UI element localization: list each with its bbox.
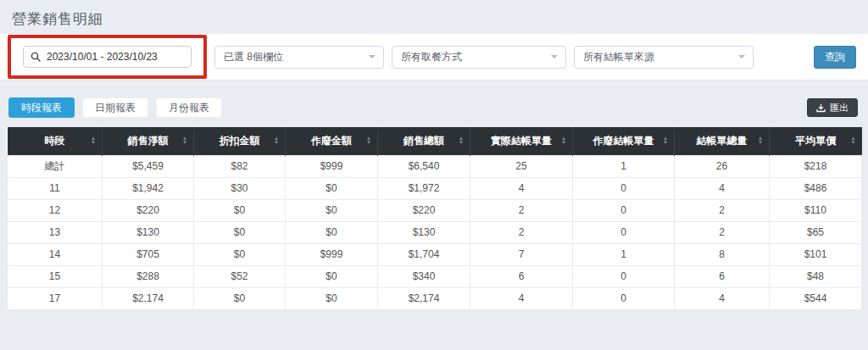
table-cell: 2 (470, 199, 573, 221)
table-cell: 26 (675, 155, 770, 177)
table-cell: $705 (103, 243, 194, 265)
table-cell: $340 (378, 265, 470, 287)
table-cell: $6,540 (378, 155, 470, 177)
table-cell: 2 (675, 199, 770, 221)
table-row: 14$705$0$999$1,704718$101 (8, 243, 862, 265)
export-button[interactable]: 匯出 (807, 98, 858, 117)
columns-filter-value: 已選 8個欄位 (224, 50, 283, 64)
table-cell: $486 (770, 177, 862, 199)
table-cell: $1,704 (378, 243, 470, 265)
table-cell: 8 (675, 243, 770, 265)
row-label-cell: 12 (8, 199, 103, 221)
table-cell: 6 (675, 265, 770, 287)
table-cell: 4 (470, 177, 573, 199)
row-label-cell: 11 (8, 177, 103, 199)
table-cell: 0 (573, 199, 675, 221)
table-cell: 1 (573, 243, 675, 265)
column-header[interactable]: 銷售淨額▲▼ (103, 127, 194, 155)
table-cell: $288 (103, 265, 194, 287)
page-title: 營業銷售明細 (0, 0, 868, 34)
sort-icon[interactable]: ▲▼ (91, 136, 96, 145)
table-header-row: 時段▲▼銷售淨額▲▼折扣金額▲▼作廢金額▲▼銷售總額▲▼實際結帳單量▲▼作廢結帳… (8, 127, 862, 155)
column-header[interactable]: 作廢金額▲▼ (286, 127, 378, 155)
table-cell: $48 (770, 265, 862, 287)
table-cell: $110 (770, 199, 862, 221)
table-cell: $2,174 (103, 287, 194, 309)
table-cell: 0 (573, 287, 675, 309)
table-cell: $1,972 (378, 177, 470, 199)
table-cell: 2 (470, 221, 573, 243)
tab-date-report[interactable]: 日期報表 (82, 97, 148, 118)
column-header[interactable]: 銷售總額▲▼ (378, 127, 470, 155)
table-cell: $82 (194, 155, 286, 177)
sort-icon[interactable]: ▲▼ (366, 136, 371, 145)
sort-icon[interactable]: ▲▼ (182, 136, 187, 145)
sort-icon[interactable]: ▲▼ (561, 136, 566, 145)
receipt-source-value: 所有結帳單來源 (583, 50, 654, 64)
table-cell: 0 (573, 177, 675, 199)
table-cell: 0 (573, 265, 675, 287)
table-cell: $0 (286, 265, 378, 287)
pickup-method-value: 所有取餐方式 (401, 50, 462, 64)
filter-bar: 2023/10/01 - 2023/10/23 已選 8個欄位 所有取餐方式 所… (0, 34, 868, 81)
table-body: 總計$5,459$82$999$6,54025126$21811$1,942$3… (8, 155, 862, 309)
table-cell: 4 (675, 287, 770, 309)
table-cell: $5,459 (103, 155, 194, 177)
table-cell: $1,942 (103, 177, 194, 199)
tab-period-report[interactable]: 時段報表 (8, 97, 75, 118)
chevron-down-icon (738, 55, 745, 58)
column-header[interactable]: 平均單價▲▼ (770, 127, 862, 155)
pickup-method-select[interactable]: 所有取餐方式 (392, 46, 566, 69)
table-cell: 2 (675, 221, 770, 243)
table-row: 15$288$52$0$340606$48 (8, 265, 862, 287)
chevron-down-icon (551, 55, 558, 58)
table-row: 總計$5,459$82$999$6,54025126$218 (8, 155, 862, 177)
sort-icon[interactable]: ▲▼ (851, 136, 856, 145)
column-header[interactable]: 實際結帳單量▲▼ (470, 127, 573, 155)
row-label-cell: 13 (8, 221, 103, 243)
table-cell: $0 (194, 243, 286, 265)
table-cell: 6 (470, 265, 573, 287)
table-cell: $130 (103, 221, 194, 243)
table-cell: 4 (675, 177, 770, 199)
date-range-value: 2023/10/01 - 2023/10/23 (47, 51, 158, 63)
row-label-cell: 17 (8, 287, 103, 309)
table-cell: $30 (194, 177, 286, 199)
column-header[interactable]: 時段▲▼ (8, 127, 103, 155)
sort-icon[interactable]: ▲▼ (274, 136, 279, 145)
table-cell: $0 (286, 199, 378, 221)
table-cell: $999 (286, 243, 378, 265)
search-icon (31, 52, 41, 62)
table-cell: $220 (103, 199, 194, 221)
table-cell: $0 (286, 287, 378, 309)
table-cell: 0 (573, 221, 675, 243)
table-cell: $999 (286, 155, 378, 177)
columns-filter-select[interactable]: 已選 8個欄位 (214, 46, 384, 69)
annotation-highlight: 2023/10/01 - 2023/10/23 (8, 35, 207, 79)
tab-month-report[interactable]: 月份報表 (156, 97, 222, 118)
table-cell: 1 (573, 155, 675, 177)
table-row: 13$130$0$0$130202$65 (8, 221, 862, 243)
receipt-source-select[interactable]: 所有結帳單來源 (574, 46, 754, 69)
download-icon (816, 103, 826, 113)
column-header[interactable]: 結帳單總量▲▼ (675, 127, 770, 155)
row-label-cell: 總計 (8, 155, 103, 177)
sort-icon[interactable]: ▲▼ (758, 136, 763, 145)
row-label-cell: 15 (8, 265, 103, 287)
sort-icon[interactable]: ▲▼ (663, 136, 668, 145)
column-header[interactable]: 折扣金額▲▼ (194, 127, 286, 155)
table-cell: $0 (286, 177, 378, 199)
table-row: 11$1,942$30$0$1,972404$486 (8, 177, 862, 199)
table-cell: 25 (470, 155, 573, 177)
sort-icon[interactable]: ▲▼ (459, 136, 464, 145)
table-cell: $2,174 (378, 287, 470, 309)
table-cell: $0 (194, 221, 286, 243)
query-button[interactable]: 查詢 (814, 46, 856, 69)
sales-report-table: 時段▲▼銷售淨額▲▼折扣金額▲▼作廢金額▲▼銷售總額▲▼實際結帳單量▲▼作廢結帳… (7, 127, 862, 310)
tabs-row: 時段報表日期報表月份報表 匯出 (8, 97, 860, 118)
table-row: 12$220$0$0$220202$110 (8, 199, 862, 221)
column-header[interactable]: 作廢結帳單量▲▼ (573, 127, 675, 155)
table-cell: $65 (770, 221, 862, 243)
date-range-input[interactable]: 2023/10/01 - 2023/10/23 (23, 46, 192, 68)
row-label-cell: 14 (8, 243, 103, 265)
